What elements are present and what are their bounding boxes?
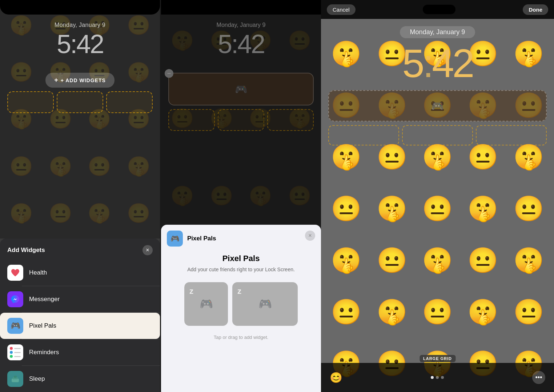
widget-area-1: + + ADD WIDGETS bbox=[7, 73, 153, 113]
date-pill: Monday, January 9 bbox=[400, 26, 475, 38]
time-display: 5:42 bbox=[402, 41, 473, 85]
grid-label: LARGE GRID bbox=[419, 355, 455, 362]
add-widgets-button[interactable]: + + ADD WIDGETS bbox=[45, 73, 115, 88]
lock-time-1: 5:42 bbox=[0, 29, 160, 59]
lockscreen-3: 🤫 😐 🤫 😐 🤫 😐 🤫 😐 🤫 😐 🤫 😐 🤫 😐 🤫 😐 🤫 😐 🤫 😐 … bbox=[321, 0, 554, 392]
lock-date-3: Monday, January 9 bbox=[321, 26, 554, 38]
popup-title: Pixel Pals bbox=[161, 254, 321, 263]
popup-description: Add your cute friends right to your Lock… bbox=[161, 266, 321, 273]
lock-time-3: 5:42 bbox=[321, 40, 554, 86]
widget-ph-3a bbox=[328, 125, 399, 145]
widget-placeholder-row bbox=[7, 91, 153, 113]
panel-middle: 🤫 😐 🤫 😐 😐 🤫 😐 🤫 🤫 😐 🤫 😐 😐 🤫 😐 🤫 🤫 😐 🤫 😐 bbox=[161, 0, 321, 392]
more-options-button[interactable]: ••• bbox=[532, 371, 545, 384]
messenger-label: Messenger bbox=[29, 296, 60, 303]
sheet-item-sleep[interactable]: Sleep bbox=[0, 366, 160, 392]
svg-rect-2 bbox=[14, 376, 17, 378]
dynamic-island-1 bbox=[60, 2, 100, 12]
messenger-app-icon bbox=[7, 291, 23, 307]
emoji-picker-button[interactable]: 😊 bbox=[330, 372, 342, 384]
sheet-item-reminders[interactable]: Reminders bbox=[0, 339, 160, 365]
widget-placeholder-3 bbox=[106, 91, 153, 113]
dots-indicator bbox=[431, 376, 444, 379]
bottom-toolbar: 😊 ••• bbox=[321, 363, 554, 392]
sheet-title: Add Widgets bbox=[7, 247, 45, 254]
sheet-item-health[interactable]: Health bbox=[0, 260, 160, 286]
popup-overlay: 🎮 Pixel Pals × Pixel Pals Add your cute … bbox=[161, 0, 321, 392]
pixelpals-app-icon: 🎮 bbox=[7, 318, 23, 334]
reminders-app-icon bbox=[7, 344, 23, 360]
widget-ph-3c bbox=[476, 125, 547, 145]
add-widgets-sheet: Add Widgets × Health Messenger 🎮 Pixel P… bbox=[0, 239, 160, 392]
popup-tap-hint: Tap or drag to add widget. bbox=[161, 335, 321, 340]
cancel-button[interactable]: Cancel bbox=[327, 4, 356, 15]
time-colon: : bbox=[423, 41, 432, 85]
add-widgets-label: + ADD WIDGETS bbox=[61, 77, 106, 83]
sheet-item-messenger[interactable]: Messenger bbox=[0, 286, 160, 312]
plus-icon: + bbox=[54, 76, 59, 84]
sheet-item-pixelpals[interactable]: 🎮 Pixel Pals bbox=[0, 313, 160, 339]
widget-row-placeholder-3 bbox=[328, 125, 547, 145]
widget-top-area-3: 🎮 bbox=[328, 90, 547, 145]
dynamic-island-3 bbox=[423, 5, 455, 14]
panel-left: 🤫 😐 🤫 😐 😐 🤫 😐 🤫 🤫 😐 🤫 😐 😐 🤫 😐 🤫 🤫 😐 🤫 😐 bbox=[0, 0, 160, 392]
widget-placeholder-2 bbox=[57, 91, 103, 113]
lockscreen-1: 🤫 😐 🤫 😐 😐 🤫 😐 🤫 🤫 😐 🤫 😐 😐 🤫 😐 🤫 🤫 😐 🤫 😐 bbox=[0, 0, 160, 239]
reminders-label: Reminders bbox=[29, 349, 59, 356]
lockscreen-2: 🤫 😐 🤫 😐 😐 🤫 😐 🤫 🤫 😐 🤫 😐 😐 🤫 😐 🤫 🤫 😐 🤫 😐 bbox=[161, 0, 321, 392]
popup-app-name: Pixel Pals bbox=[187, 235, 216, 242]
widget-ph-3b bbox=[402, 125, 473, 145]
sheet-close-button[interactable]: × bbox=[142, 245, 153, 255]
sleep-app-icon bbox=[7, 371, 23, 387]
done-button[interactable]: Done bbox=[523, 4, 548, 15]
popup-widgets-row: z 🎮 z 🎮 bbox=[161, 273, 321, 329]
popup-app-icon: 🎮 bbox=[167, 231, 183, 247]
edit-top-bar: Cancel Done bbox=[321, 0, 554, 19]
popup-widget-small[interactable]: z 🎮 bbox=[184, 282, 228, 326]
health-label: Health bbox=[29, 269, 47, 276]
lock-date-1: Monday, January 9 bbox=[0, 22, 160, 28]
pixelpals-label: Pixel Pals bbox=[29, 322, 56, 329]
sheet-header: Add Widgets × bbox=[0, 239, 160, 260]
popup-header: 🎮 Pixel Pals × bbox=[161, 225, 321, 250]
dynamic-island-bar-1 bbox=[0, 0, 160, 15]
panel-right: 🤫 😐 🤫 😐 🤫 😐 🤫 😐 🤫 😐 🤫 😐 🤫 😐 🤫 😐 🤫 😐 🤫 😐 … bbox=[321, 0, 554, 392]
time-minute: 42 bbox=[432, 41, 473, 85]
sleep-label: Sleep bbox=[29, 375, 45, 383]
popup-widget-large[interactable]: z 🎮 bbox=[232, 282, 298, 326]
pixel-pals-popup: 🎮 Pixel Pals × Pixel Pals Add your cute … bbox=[161, 225, 321, 392]
widget-placeholder-1 bbox=[7, 91, 54, 113]
health-app-icon bbox=[7, 265, 23, 281]
time-hour: 5 bbox=[402, 41, 422, 85]
widget-top-box-3: 🎮 bbox=[328, 90, 547, 121]
popup-close-button[interactable]: × bbox=[305, 231, 315, 241]
